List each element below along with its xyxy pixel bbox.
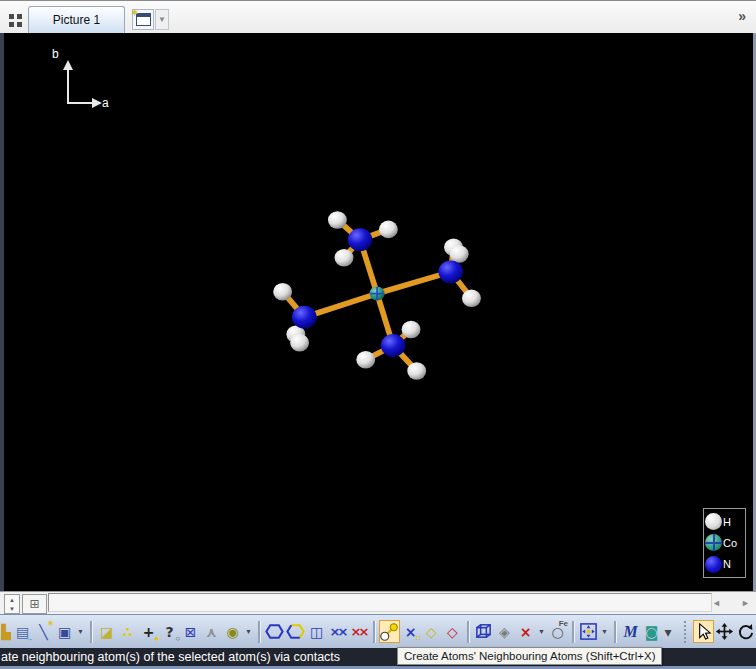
- build-toolbar: ▙▤→╲✶▣▼◪∴+●?○⊠⋏◉▼◫×××××∷◇◇◈×▼○Fe▼M◙▾: [0, 614, 756, 648]
- iron-atom-button[interactable]: ○Fe: [547, 620, 568, 643]
- frame-scroll-row: ▲ ▼ ⊞ ◄ ►: [0, 591, 756, 614]
- render-button-icon: ◙: [645, 625, 659, 639]
- eraser-button[interactable]: ◪: [96, 620, 117, 643]
- atom-query-button[interactable]: ?○: [159, 620, 180, 643]
- fragment-button-icon: ⋏: [206, 625, 217, 639]
- toolbar-overflow-button-icon: ▾: [664, 625, 671, 639]
- ring-yellow-button-icon: ◇: [426, 625, 437, 639]
- hydrogen-sphere-icon: [705, 513, 722, 530]
- ring-red-button-icon: ◇: [447, 625, 458, 639]
- tab-label: Picture 1: [53, 13, 100, 27]
- grid-view-button[interactable]: ⊞: [22, 594, 47, 614]
- legend-item: Co: [705, 533, 744, 553]
- packing-diagram-button[interactable]: ⊠: [180, 620, 201, 643]
- atom-legend: H Co N: [703, 508, 746, 578]
- contacts-blue-button-icon: ××: [330, 625, 346, 638]
- clipped-image-button-icon: ▙: [1, 625, 12, 639]
- contact-network-button[interactable]: ×∷: [400, 620, 421, 643]
- rings-button-icon: ◫: [310, 625, 323, 639]
- nitrogen-sphere-icon: [705, 556, 722, 573]
- rotate-mode-button[interactable]: [735, 620, 756, 643]
- delete-contacts-button[interactable]: ×: [515, 620, 536, 643]
- delete-contacts-button-icon: ×: [520, 625, 532, 639]
- pager-right-button[interactable]: ►: [741, 598, 750, 608]
- toolbar-sep: [258, 621, 260, 643]
- unit-cell-button[interactable]: [473, 620, 494, 643]
- molecule-view[interactable]: [0, 33, 756, 591]
- pager-left-button[interactable]: ◄: [712, 598, 721, 608]
- add-atom-button-icon: +: [143, 625, 155, 639]
- toolbar-sep: [90, 621, 92, 643]
- atom-query-button-icon: ?: [165, 625, 173, 639]
- ring-red-button[interactable]: ◇: [442, 620, 463, 643]
- export-image-button[interactable]: ▤→: [12, 620, 33, 643]
- atom-group-button[interactable]: ∴: [117, 620, 138, 643]
- frame-spinner: ▲ ▼: [4, 594, 20, 614]
- picture-tools-button[interactable]: ▣: [54, 620, 75, 643]
- picture-tools-button-icon: ▣: [58, 625, 71, 639]
- measure-button-icon: M: [623, 624, 637, 640]
- tab-bar: Picture 1 ✶ ▼ »: [0, 0, 756, 33]
- new-window-icon: ✶: [136, 13, 151, 26]
- delete-contacts-button-dropdown[interactable]: ▼: [536, 620, 547, 643]
- coordination-sphere-button-icon: ◉: [226, 625, 238, 639]
- new-picture-dropdown[interactable]: ▼: [155, 9, 169, 30]
- export-image-button-badge-icon: →: [25, 635, 33, 643]
- orientation-button-icon: ◈: [499, 625, 510, 639]
- select-mode-button[interactable]: [693, 620, 714, 643]
- legend-item: H: [705, 512, 744, 532]
- atom-group-button-icon: ∴: [123, 625, 133, 639]
- style-wand-button-badge-icon: ✶: [47, 620, 54, 628]
- status-text: ate neighbouring atom(s) of the selected…: [1, 650, 340, 664]
- axis-a-label: a: [102, 96, 109, 110]
- view-direction-button-dropdown[interactable]: ▼: [599, 620, 610, 643]
- legend-item: N: [705, 554, 744, 574]
- new-picture-button[interactable]: ✶: [132, 9, 154, 30]
- axis-b-line: [67, 69, 69, 104]
- coordination-sphere-button-dropdown[interactable]: ▼: [243, 620, 254, 643]
- picture-tools-button-dropdown[interactable]: ▼: [75, 620, 86, 643]
- contacts-red-button-icon: ××: [351, 625, 367, 638]
- ring-yellow-button[interactable]: ◇: [421, 620, 442, 643]
- axis-b-label: b: [52, 47, 59, 61]
- contacts-red-button[interactable]: ××: [348, 620, 369, 643]
- move-mode-button[interactable]: [714, 620, 735, 643]
- measure-button[interactable]: M: [620, 620, 641, 643]
- polyhedra-yellow-button[interactable]: [285, 620, 306, 643]
- polyhedra-blue-button[interactable]: [264, 620, 285, 643]
- view-direction-button[interactable]: [578, 620, 599, 643]
- iron-atom-button-badge-icon: Fe: [559, 620, 568, 628]
- add-atom-button[interactable]: +●: [138, 620, 159, 643]
- spinner-down-button[interactable]: ▼: [5, 604, 19, 613]
- toolbar-grip: [684, 621, 689, 643]
- frames-scrollbar[interactable]: [48, 593, 712, 612]
- axis-b-arrow-icon: [63, 60, 73, 70]
- contacts-blue-button[interactable]: ××: [327, 620, 348, 643]
- structure-canvas[interactable]: b a H Co N: [0, 33, 756, 591]
- tab-overflow-button[interactable]: »: [738, 8, 744, 24]
- toolbar-overflow-button[interactable]: ▾: [662, 620, 674, 643]
- frame-pager: ◄ ►: [709, 594, 753, 612]
- toolbar-sep: [572, 621, 574, 643]
- style-wand-button[interactable]: ╲✶: [33, 620, 54, 643]
- packing-diagram-button-icon: ⊠: [185, 625, 197, 639]
- eraser-button-icon: ◪: [100, 625, 113, 639]
- toolbar-sep: [614, 621, 616, 643]
- toolbar-sep: [373, 621, 375, 643]
- rings-button[interactable]: ◫: [306, 620, 327, 643]
- spinner-up-button[interactable]: ▲: [5, 595, 19, 604]
- orientation-button[interactable]: ◈: [494, 620, 515, 643]
- new-star-icon: ✶: [131, 7, 139, 18]
- tab-picture-1[interactable]: Picture 1: [28, 6, 125, 33]
- neighbour-atoms-button[interactable]: [379, 620, 400, 643]
- fragment-button[interactable]: ⋏: [201, 620, 222, 643]
- cobalt-sphere-icon: [705, 534, 722, 551]
- window-left-edge: [0, 33, 4, 591]
- layout-grid-icon[interactable]: [9, 14, 14, 19]
- clipped-image-button[interactable]: ▙: [0, 620, 12, 643]
- axis-a-line: [67, 102, 95, 104]
- coordination-sphere-button[interactable]: ◉: [222, 620, 243, 643]
- toolbar-sep: [467, 621, 469, 643]
- render-button[interactable]: ◙: [641, 620, 662, 643]
- tooltip: Create Atoms' Neighbouring Atoms (Shift+…: [397, 647, 662, 665]
